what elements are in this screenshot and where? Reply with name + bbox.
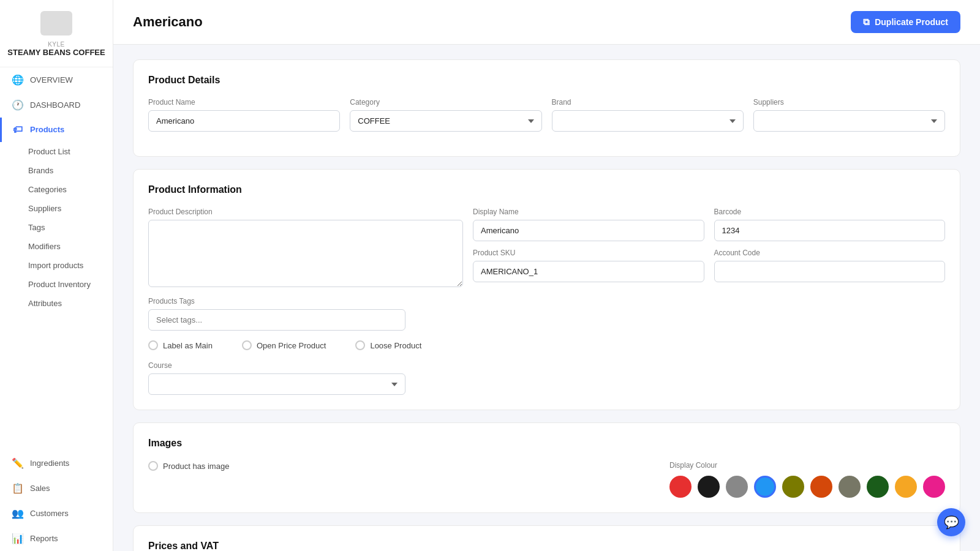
category-select[interactable]: COFFEE [350,110,541,132]
description-textarea[interactable] [148,220,463,287]
prices-vat-card: Prices and VAT [133,525,960,551]
course-label: Course [148,361,172,370]
sidebar-item-label: Customers [30,509,69,518]
category-label: Category [350,98,541,107]
sidebar-sub-categories[interactable]: Categories [0,180,113,199]
red-swatch[interactable] [669,476,692,498]
sidebar-item-dashboard[interactable]: 🕐 DASHBOARD [0,92,113,118]
product-details-card: Product Details Product Name Category CO… [133,59,960,157]
sidebar-item-label: Sales [30,484,50,493]
sidebar-item-label: OVERVIEW [30,75,73,84]
duplicate-product-button[interactable]: ⧉ Duplicate Product [851,11,960,33]
sku-account-row: Product SKU Account Code [473,249,945,282]
sidebar-item-customers[interactable]: 👥 Customers [0,501,113,526]
open-price-text: Open Price Product [257,341,326,350]
options-row: Label as Main Open Price Product Loose P… [148,340,945,350]
sidebar-sub-brands[interactable]: Brands [0,161,113,180]
content-area: Product Details Product Name Category CO… [113,45,980,551]
barcode-input[interactable] [714,220,946,241]
sidebar-sub-attributes[interactable]: Attributes [0,294,113,313]
product-has-image-radio[interactable] [148,461,158,471]
chat-icon: 💬 [944,515,959,530]
main-content: Americano ⧉ Duplicate Product Product De… [113,0,980,551]
chat-button[interactable]: 💬 [937,508,965,536]
barcode-group: Barcode [714,208,946,241]
product-name-label: Product Name [148,98,340,107]
product-info-right: Display Name Barcode Product SKU [473,208,945,287]
product-details-title: Product Details [148,75,945,86]
color-swatches [669,476,945,498]
sidebar-sub-import-products[interactable]: Import products [0,256,113,275]
sku-input[interactable] [473,261,704,282]
orange-swatch[interactable] [895,476,917,498]
sidebar-item-reports[interactable]: 📊 Reports [0,526,113,551]
sidebar-item-label: Products [30,125,64,134]
display-name-input[interactable] [473,220,704,241]
sidebar-item-label: Reports [30,534,58,543]
user-name: KYLE [7,41,105,48]
top-bar: Americano ⧉ Duplicate Product [113,0,980,45]
prices-vat-title: Prices and VAT [148,541,945,551]
sidebar-item-ingredients[interactable]: ✏️ Ingredients [0,451,113,476]
khaki-swatch[interactable] [839,476,861,498]
sidebar-sub-product-inventory[interactable]: Product Inventory [0,275,113,294]
company-name: STEAMY BEANS COFFEE [7,48,105,58]
product-info-main-row: Product Description Display Name Barcode [148,208,945,287]
dashboard-icon: 🕐 [12,99,24,111]
images-title: Images [148,438,945,449]
course-group: Course [148,360,945,395]
brand-label: Brand [552,98,744,107]
label-as-main-group[interactable]: Label as Main [148,340,213,350]
sidebar-sub-product-list[interactable]: Product List [0,142,113,161]
product-has-image-group[interactable]: Product has image [148,461,229,471]
product-information-title: Product Information [148,184,945,195]
sidebar-logo: KYLE STEAMY BEANS COFFEE [0,0,113,67]
open-price-radio[interactable] [242,340,252,350]
customers-icon: 👥 [12,508,24,519]
sidebar-item-overview[interactable]: 🌐 OVERVIEW [0,67,113,92]
display-barcode-row: Display Name Barcode [473,208,945,241]
loose-product-text: Loose Product [370,341,421,350]
tags-input[interactable] [148,309,405,331]
dark-green-swatch[interactable] [867,476,889,498]
sidebar-sub-suppliers[interactable]: Suppliers [0,199,113,218]
sidebar-item-products[interactable]: 🏷 Products [0,118,113,142]
suppliers-select[interactable] [753,110,945,132]
ingredients-icon: ✏️ [12,457,24,469]
image-upload-area: Product has image [148,461,229,471]
account-code-input[interactable] [714,261,946,282]
black-swatch[interactable] [698,476,720,498]
olive-swatch[interactable] [782,476,804,498]
images-layout: Product has image Display Colour [148,461,945,498]
label-as-main-radio[interactable] [148,340,158,350]
sidebar-item-label: Ingredients [30,459,69,468]
copy-icon: ⧉ [863,17,870,28]
product-details-row: Product Name Category COFFEE Brand Suppl… [148,98,945,132]
account-code-label: Account Code [714,249,946,257]
sidebar-sub-tags[interactable]: Tags [0,218,113,237]
label-as-main-text: Label as Main [163,341,213,350]
course-select[interactable] [148,373,405,395]
colors-container: Display Colour [669,461,945,498]
gray-swatch[interactable] [726,476,748,498]
open-price-group[interactable]: Open Price Product [242,340,326,350]
product-name-input[interactable] [148,110,340,132]
orange-red-swatch[interactable] [810,476,832,498]
blue-swatch[interactable] [754,476,776,498]
display-name-group: Display Name [473,208,704,241]
barcode-label: Barcode [714,208,946,216]
brand-select[interactable] [552,110,744,132]
loose-product-radio[interactable] [355,340,365,350]
sidebar-sub-modifiers[interactable]: Modifiers [0,237,113,256]
tags-row: Products Tags [148,297,945,331]
sidebar: KYLE STEAMY BEANS COFFEE 🌐 OVERVIEW 🕐 DA… [0,0,113,551]
tags-label: Products Tags [148,297,405,305]
sidebar-item-sales[interactable]: 📋 Sales [0,476,113,501]
product-information-card: Product Information Product Description … [133,169,960,410]
pink-swatch[interactable] [923,476,945,498]
loose-product-group[interactable]: Loose Product [355,340,421,350]
sku-group: Product SKU [473,249,704,282]
sidebar-item-label: DASHBOARD [30,100,80,110]
logo-box [40,11,72,36]
display-name-label: Display Name [473,208,704,216]
